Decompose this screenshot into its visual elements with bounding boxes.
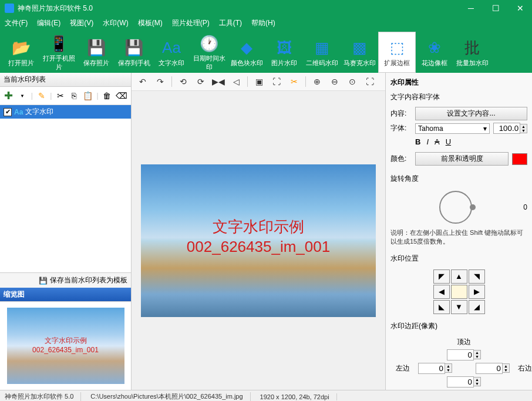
- bold-button[interactable]: B: [415, 137, 420, 146]
- tool-label: 扩展边框: [384, 59, 410, 68]
- tool-icon: 💾: [124, 38, 143, 59]
- tool-3[interactable]: 💾保存到手机: [115, 32, 153, 73]
- fit-icon[interactable]: ⛶: [270, 75, 283, 88]
- text-icon: Aa: [14, 108, 23, 116]
- clear-icon[interactable]: ⌫: [116, 89, 127, 102]
- flip-h-icon[interactable]: ▶◀: [212, 75, 225, 88]
- tool-4[interactable]: Aa文字水印: [153, 32, 190, 73]
- menu-watermark[interactable]: 水印(W): [103, 18, 128, 28]
- tool-icon: ◆: [241, 38, 252, 59]
- thumbnail-header: 缩览图: [0, 288, 131, 302]
- tool-6[interactable]: ◆颜色块水印: [228, 32, 265, 73]
- menu-photo[interactable]: 照片处理(P): [172, 18, 210, 28]
- main-toolbar: 📂打开照片📱打开手机照片💾保存照片💾保存到手机Aa文字水印🕐日期时间水印◆颜色块…: [0, 29, 532, 73]
- tool-11[interactable]: ❀花边像框: [416, 32, 453, 73]
- center-panel: ↶ ↷ ⟲ ⟳ ▶◀ ◁ ▣ ⛶ ✂ ⊕ ⊖ ⊙ ⛶ 文字水印示例 002_62…: [132, 73, 385, 390]
- crop-tool-icon[interactable]: ✂: [288, 75, 301, 88]
- underline-button[interactable]: U: [446, 137, 451, 146]
- close-button[interactable]: ✕: [513, 4, 527, 13]
- menu-view[interactable]: 视图(V): [70, 18, 93, 28]
- minimize-button[interactable]: ─: [464, 4, 478, 13]
- font-label: 字体:: [390, 123, 412, 133]
- pos-bl[interactable]: ◣: [433, 300, 450, 314]
- tool-12[interactable]: 批批量加水印: [453, 32, 491, 73]
- checkbox-icon[interactable]: ✔: [4, 108, 12, 116]
- margin-left-input[interactable]: ▲▼: [418, 363, 452, 374]
- watermark-list-header: 当前水印列表: [0, 73, 131, 87]
- tool-9[interactable]: ▩马赛克水印: [341, 32, 378, 73]
- window-title: 神奇照片加水印软件 5.0: [18, 4, 464, 14]
- tool-5[interactable]: 🕐日期时间水印: [190, 32, 228, 73]
- margin-top-input[interactable]: ▲▼: [447, 349, 481, 360]
- rotate-dial[interactable]: [439, 191, 472, 224]
- copy-icon[interactable]: ⎘: [69, 89, 79, 102]
- delete-icon[interactable]: 🗑: [102, 89, 112, 102]
- pos-br[interactable]: ◢: [469, 300, 485, 314]
- edit-icon[interactable]: ✎: [36, 89, 46, 102]
- tool-0[interactable]: 📂打开照片: [2, 32, 40, 73]
- pos-tl[interactable]: ◤: [433, 269, 450, 284]
- set-content-button[interactable]: 设置文字内容...: [415, 107, 527, 120]
- tool-icon: 💾: [87, 38, 106, 59]
- tool-icon: ▦: [315, 38, 329, 59]
- menu-tools[interactable]: 工具(T): [219, 18, 242, 28]
- menu-template[interactable]: 模板(M): [138, 18, 163, 28]
- maximize-button[interactable]: ☐: [489, 4, 503, 13]
- menu-help[interactable]: 帮助(H): [251, 18, 275, 28]
- watermark-item[interactable]: ✔ Aa 文字水印: [0, 105, 131, 119]
- tool-icon: 📂: [12, 38, 31, 59]
- tool-1[interactable]: 📱打开手机照片: [40, 32, 78, 73]
- zoom-in-icon[interactable]: ⊕: [311, 75, 324, 88]
- tool-2[interactable]: 💾保存照片: [78, 32, 115, 73]
- rotate-left-icon[interactable]: ⟲: [177, 75, 190, 88]
- zoom-out-icon[interactable]: ⊖: [328, 75, 341, 88]
- thumbnail-image[interactable]: 文字水印示例 002_626435_im_001: [7, 308, 124, 384]
- cut-icon[interactable]: ✂: [55, 89, 65, 102]
- font-size-input[interactable]: ▲▼: [493, 123, 527, 134]
- save-template-button[interactable]: 保存当前水印列表为模板: [50, 275, 127, 285]
- dropdown-icon[interactable]: ▼: [17, 89, 27, 102]
- section-font: 文字内容和字体: [390, 90, 527, 105]
- italic-button[interactable]: I: [426, 137, 429, 146]
- status-dim: 1920 x 1200, 24b, 72dpi: [260, 393, 337, 400]
- zoom-actual-icon[interactable]: ⊙: [346, 75, 359, 88]
- tool-label: 二维码水印: [306, 59, 338, 68]
- tool-icon: ⬚: [390, 38, 405, 59]
- margin-right-input[interactable]: ▲▼: [476, 363, 510, 374]
- margin-header: 水印边距(像素): [390, 319, 527, 333]
- pos-b[interactable]: ▼: [451, 300, 467, 314]
- font-select[interactable]: Tahoma ▾: [415, 123, 490, 134]
- rotate-right-icon[interactable]: ⟳: [194, 75, 207, 88]
- paste-icon[interactable]: 📋: [83, 89, 93, 102]
- menu-edit[interactable]: 编辑(E): [37, 18, 60, 28]
- pos-tr[interactable]: ◥: [469, 269, 485, 284]
- pos-c[interactable]: [451, 285, 467, 299]
- fullscreen-icon[interactable]: ⛶: [363, 75, 376, 88]
- pos-t[interactable]: ▲: [451, 269, 467, 284]
- margin-bottom-input[interactable]: ▲▼: [447, 376, 481, 387]
- rotate-header: 旋转角度: [390, 171, 527, 186]
- pos-r[interactable]: ▶: [469, 285, 485, 299]
- margin-right-label: 右边: [518, 363, 532, 373]
- color-button[interactable]: 前景和透明度: [415, 152, 509, 166]
- tool-8[interactable]: ▦二维码水印: [303, 32, 341, 73]
- strike-button[interactable]: A: [435, 137, 440, 146]
- tool-7[interactable]: 🖼图片水印: [265, 32, 303, 73]
- undo-icon[interactable]: ↶: [136, 75, 149, 88]
- menu-file[interactable]: 文件(F): [5, 18, 28, 28]
- canvas-watermark[interactable]: 文字水印示例 002_626435_im_001: [187, 218, 330, 258]
- add-icon[interactable]: ✚: [4, 89, 14, 102]
- color-swatch[interactable]: [512, 153, 527, 165]
- pos-l[interactable]: ◀: [433, 285, 450, 299]
- flip-v-icon[interactable]: ◁: [230, 75, 243, 88]
- position-header: 水印位置: [390, 251, 527, 266]
- tool-10[interactable]: ⬚扩展边框: [378, 32, 416, 73]
- redo-icon[interactable]: ↷: [154, 75, 167, 88]
- canvas-image[interactable]: 文字水印示例 002_626435_im_001: [141, 164, 376, 317]
- tool-label: 日期时间水印: [191, 54, 227, 72]
- color-label: 颜色:: [390, 154, 412, 164]
- tool-label: 颜色块水印: [231, 59, 263, 68]
- save-icon: 💾: [39, 277, 48, 285]
- canvas-area[interactable]: 文字水印示例 002_626435_im_001: [132, 91, 385, 390]
- crop-icon[interactable]: ▣: [252, 75, 265, 88]
